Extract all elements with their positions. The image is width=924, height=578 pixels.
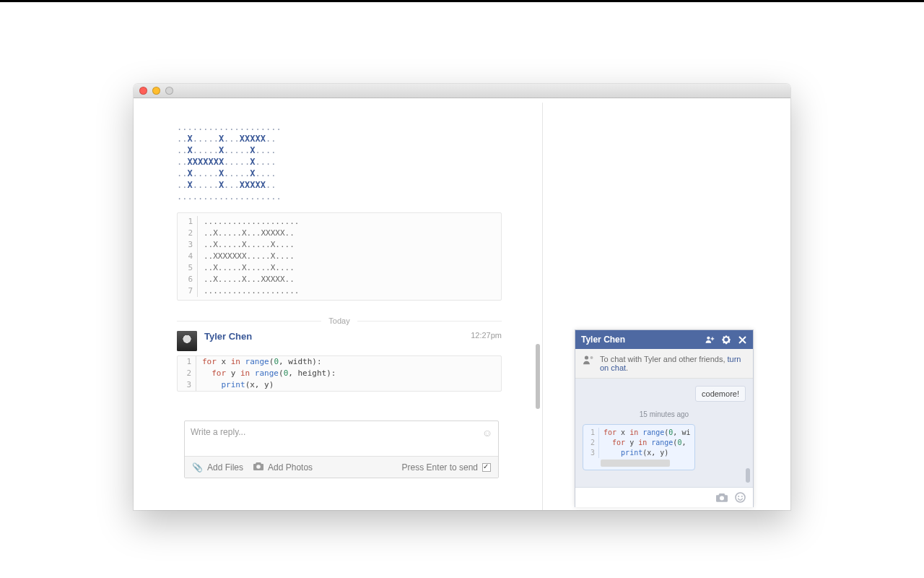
chat-camera-icon[interactable] (716, 493, 728, 502)
chat-time-separator: 15 minutes ago (583, 402, 746, 424)
reply-placeholder: Write a reply... (191, 427, 245, 437)
minimize-icon[interactable] (152, 87, 160, 95)
reply-input[interactable]: Write a reply... ☺ (185, 421, 498, 456)
svg-point-3 (736, 493, 745, 502)
ascii-art: ......................X.....X...XXXXX...… (177, 121, 542, 202)
chat-header[interactable]: Tyler Chen (575, 330, 753, 349)
svg-point-1 (585, 355, 588, 359)
chat-footer (575, 487, 753, 507)
chat-popup: Tyler Chen (575, 329, 754, 507)
avatar[interactable] (177, 331, 197, 351)
chat-emoji-icon[interactable] (735, 492, 746, 503)
chat-notice: To chat with Tyler and other friends, tu… (575, 349, 753, 379)
chat-message-out: codemore! (695, 386, 746, 402)
window-titlebar[interactable] (134, 84, 790, 98)
chat-title: Tyler Chen (581, 335, 625, 345)
close-chat-icon[interactable] (737, 335, 747, 345)
gear-icon[interactable] (721, 335, 731, 345)
chat-scrollbar-thumb[interactable] (746, 468, 750, 483)
app-window: ......................X.....X...XXXXX...… (134, 84, 790, 510)
enter-to-send-checkbox[interactable] (482, 463, 491, 472)
reply-composer: Write a reply... ☺ 📎 Add Files Add Photo… (184, 420, 499, 478)
vertical-divider (542, 103, 543, 510)
svg-point-0 (707, 337, 710, 340)
post-code-block: 1for x in range(0, width):2 for y in ran… (177, 355, 502, 392)
camera-icon[interactable] (253, 462, 263, 473)
post-author-link[interactable]: Tyler Chen (204, 331, 252, 342)
add-files-button[interactable]: Add Files (207, 462, 243, 473)
date-separator-label: Today (321, 316, 357, 325)
svg-point-4 (738, 496, 739, 497)
add-photos-button[interactable]: Add Photos (268, 462, 313, 473)
chat-notice-prefix: To chat with Tyler and other friends, (600, 355, 728, 363)
paperclip-icon[interactable]: 📎 (192, 462, 203, 473)
close-icon[interactable] (139, 87, 147, 95)
person-status-icon (583, 355, 594, 372)
enter-to-send-label: Press Enter to send (402, 462, 478, 473)
add-friends-icon[interactable] (705, 335, 715, 345)
zoom-icon[interactable] (165, 87, 173, 95)
chat-notice-suffix: . (626, 363, 628, 372)
svg-point-5 (741, 496, 743, 497)
date-separator: Today (177, 316, 502, 325)
post-timestamp: 12:27pm (471, 331, 502, 340)
svg-point-2 (590, 356, 593, 359)
page-top-bar (0, 0, 924, 2)
emoji-icon[interactable]: ☺ (482, 427, 492, 439)
ascii-code-block: 1....................2..X.....X...XXXXX.… (177, 212, 502, 301)
scrollbar-thumb[interactable] (536, 344, 540, 409)
post: Tyler Chen 12:27pm 1for x in range(0, wi… (177, 331, 502, 392)
chat-message-in-code: 1for x in range(0, wi2 for y in range(0,… (583, 424, 695, 470)
